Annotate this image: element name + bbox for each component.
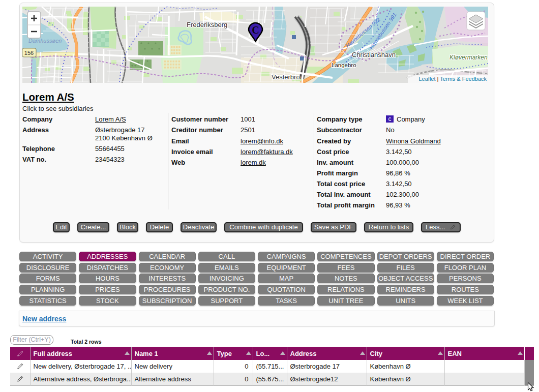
svg-text:Vesterbro: Vesterbro xyxy=(272,73,300,81)
svg-text:Kløvermarken: Kløvermarken xyxy=(450,54,488,61)
svg-text:Langebro: Langebro xyxy=(332,62,356,68)
svg-text:Frederiksberg: Frederiksberg xyxy=(187,21,227,28)
svg-text:Christianshavn: Christianshavn xyxy=(352,51,396,58)
svg-text:C: C xyxy=(252,24,259,36)
svg-text:Damhussøen: Damhussøen xyxy=(28,38,62,44)
svg-text:156: 156 xyxy=(24,50,34,56)
svg-text:Leaflet | Terms & Feedback: Leaflet | Terms & Feedback xyxy=(418,76,487,82)
